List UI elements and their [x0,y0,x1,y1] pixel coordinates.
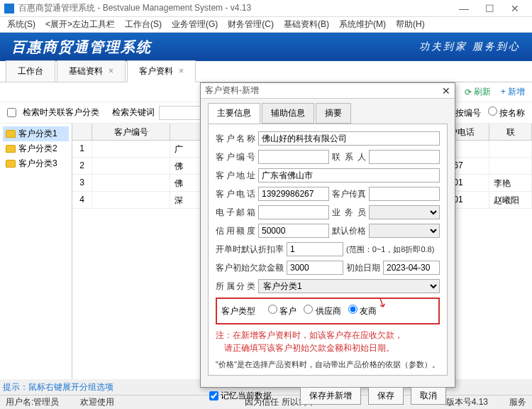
dialog-close-button[interactable]: ✕ [442,85,450,97]
folder-icon [6,160,16,168]
titlebar: 百惠商贸通管理系统 - Bestvalue Management System … [0,0,532,17]
link-category-checkbox[interactable] [7,108,16,117]
close-button[interactable]: ✕ [502,3,528,14]
keyword-input[interactable] [159,106,201,120]
banner-slogan: 功夫到家 服务到心 [419,40,521,53]
dialog-title: 客户资料-新增 [205,84,259,97]
category-tree: 客户分类1 客户分类2 客户分类3 [0,124,72,379]
folder-item[interactable]: 客户分类2 [3,141,69,156]
maximize-button[interactable]: ☐ [477,3,502,14]
folder-icon [6,130,16,138]
menu-help[interactable]: 帮助(H) [392,17,429,32]
close-icon[interactable]: × [179,66,184,76]
app-icon [4,4,14,13]
minimize-button[interactable]: — [451,3,477,14]
mail-field[interactable] [258,205,329,219]
close-icon[interactable]: × [109,66,113,76]
addr-field[interactable] [258,168,440,182]
dtab-main[interactable]: 主要信息 [208,103,260,124]
tel-field[interactable] [258,187,329,201]
menu-maint[interactable]: 系统维护(M) [335,17,390,32]
dialog-buttons: 记忆当前数据 保存并新增 保存 取消 [201,383,455,409]
debt-field[interactable] [287,261,343,275]
menu-expand[interactable]: <展开>左边工具栏 [41,17,119,32]
contact-field[interactable] [369,150,440,164]
folder-icon [6,145,16,153]
note-text: 注：在新增客户资料时，如该客户存在应收欠款， 请正确填写该客户初始欠款金额和初始… [216,329,440,354]
hint-text: 提示：鼠标右键展开分组选项 [3,381,113,393]
status-user: 用户名:管理员 [6,396,59,408]
category-select[interactable]: 客户分类1 [258,279,440,293]
dtab-aux[interactable]: 辅助信息 [262,103,314,124]
link-category-label: 检索时关联客户分类 [23,107,99,119]
menu-finance[interactable]: 财务管理(C) [223,17,278,32]
window-title: 百惠商贸通管理系统 - Bestvalue Management System … [18,2,451,14]
date-field[interactable] [383,261,440,275]
keyword-label: 检索关键词 [112,107,155,119]
refresh-button[interactable]: ⟳ 刷新 [465,86,491,98]
save-and-new-button[interactable]: 保存并新增 [300,387,361,405]
banner: 百惠商贸通管理系统 功夫到家 服务到心 [0,33,532,61]
price-select[interactable] [369,224,440,238]
tab-customer[interactable]: 客户资料× [127,60,196,82]
menu-business[interactable]: 业务管理(G) [167,17,222,32]
radio-partner[interactable]: 友商 [348,305,377,317]
note-text-2: "价格"是在选择产品资料时，自动带出产品价格的依据（参数）。 [216,359,440,371]
radio-supplier[interactable]: 供应商 [304,305,340,317]
add-customer-dialog: 客户资料-新增 ✕ 主要信息 辅助信息 摘要 客户名称 客户编号联系人 客户地址… [200,82,455,388]
discount-hint: (范围：0~1，如8折即0.8) [346,244,434,255]
remember-checkbox[interactable]: 记忆当前数据 [209,390,272,402]
fax-field[interactable] [369,187,440,201]
status-service: 服务 [509,396,526,408]
cancel-button[interactable]: 取消 [411,387,446,405]
menu-system[interactable]: 系统(S) [3,17,40,32]
dialog-pane: 客户名称 客户编号联系人 客户地址 客户电话客户传真 电子邮箱业务员 信用额度默… [208,124,448,376]
dialog-titlebar: 客户资料-新增 ✕ [201,83,455,99]
add-button[interactable]: + 新增 [501,86,525,98]
discount-field[interactable] [287,242,343,256]
customer-type-group: ↘ 客户类型 客户 供应商 友商 [216,298,440,325]
dialog-tabs: 主要信息 辅助信息 摘要 [201,99,455,124]
radio-byname[interactable]: 按名称 [488,107,525,119]
tab-workbench[interactable]: 工作台 [6,60,55,82]
folder-item[interactable]: 客户分类1 [3,126,69,141]
menubar: 系统(S) <展开>左边工具栏 工作台(S) 业务管理(G) 财务管理(C) 基… [0,17,532,33]
menu-workbench[interactable]: 工作台(S) [121,17,166,32]
credit-field[interactable] [258,224,329,238]
save-button[interactable]: 保存 [368,387,404,405]
dtab-note[interactable]: 摘要 [316,103,351,124]
status-welcome: 欢迎使用 [80,396,114,408]
banner-title: 百惠商贸通管理系统 [11,38,152,57]
menu-base[interactable]: 基础资料(B) [279,17,333,32]
radio-customer[interactable]: 客户 [268,305,297,317]
document-tabs: 工作台 基础资料× 客户资料× [0,61,532,82]
tab-basedata[interactable]: 基础资料× [57,60,126,82]
code-field[interactable] [258,150,329,164]
folder-item[interactable]: 客户分类3 [3,156,69,171]
name-field[interactable] [258,131,440,146]
sales-select[interactable] [369,205,440,219]
